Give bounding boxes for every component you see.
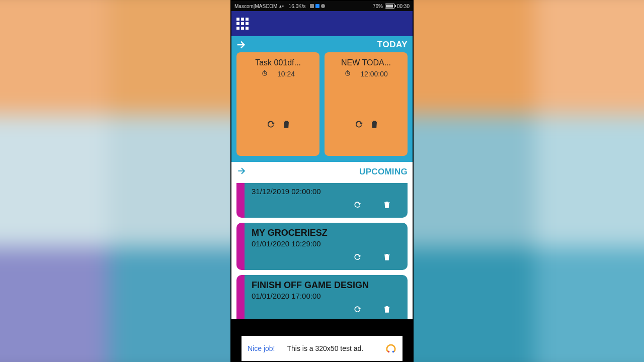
battery-icon: [385, 4, 395, 9]
today-card-time: 10:24: [277, 70, 295, 78]
upcoming-card-title: FINISH OFF GAME DESIGN: [252, 280, 400, 291]
today-card-time: 12:00:00: [360, 70, 388, 78]
trash-icon[interactable]: [281, 119, 291, 132]
upcoming-card[interactable]: MY GROCERIESZ 01/01/2020 10:29:00: [236, 223, 408, 270]
svg-point-3: [392, 351, 394, 353]
upcoming-card-datetime: 01/01/2020 10:29:00: [252, 239, 400, 248]
stopwatch-icon: [344, 69, 351, 78]
refresh-icon[interactable]: [353, 119, 364, 132]
today-card-title: Task 001df...: [242, 58, 314, 67]
carrier-label: Mascom|MASCOM: [234, 4, 277, 9]
trash-icon[interactable]: [382, 200, 391, 212]
refresh-icon[interactable]: [352, 252, 362, 264]
refresh-icon[interactable]: [352, 304, 362, 316]
upcoming-card[interactable]: FINISH OFF GAME DESIGN 01/01/2020 17:00:…: [236, 275, 408, 319]
upcoming-card[interactable]: 31/12/2019 02:00:00: [236, 183, 408, 218]
phone-frame: Mascom|MASCOM ▴▪ 16.0K/s 76% 00:30 TODAY: [231, 1, 413, 361]
card-accent-bar: [236, 183, 245, 218]
ad-banner[interactable]: Nice job! This is a 320x50 test ad.: [231, 336, 413, 361]
signal-icon: ▴▪: [279, 4, 283, 9]
apps-grid-icon[interactable]: [236, 18, 249, 30]
today-card-title: NEW TODA...: [330, 58, 403, 67]
trash-icon[interactable]: [382, 252, 391, 264]
card-accent-bar: [236, 275, 245, 319]
upcoming-section-title: UPCOMING: [359, 167, 408, 177]
trash-icon[interactable]: [369, 119, 379, 132]
today-expand-arrow-icon[interactable]: [235, 39, 247, 50]
today-section: TODAY Task 001df... 10:24: [231, 36, 413, 162]
status-time-label: 00:30: [397, 4, 410, 9]
today-section-title: TODAY: [377, 40, 408, 50]
network-speed-label: 16.0K/s: [289, 4, 306, 9]
today-card[interactable]: Task 001df... 10:24: [236, 52, 319, 156]
ad-body-text: This is a 320x50 test ad.: [287, 344, 363, 352]
card-accent-bar: [236, 223, 245, 270]
upcoming-section: UPCOMING 31/12/2019 02:00:00: [231, 162, 413, 319]
stopwatch-icon: [261, 69, 268, 78]
upcoming-card-datetime: 31/12/2019 02:00:00: [252, 187, 400, 196]
svg-point-2: [388, 351, 390, 353]
today-card[interactable]: NEW TODA... 12:00:00: [325, 52, 408, 156]
android-status-bar: Mascom|MASCOM ▴▪ 16.0K/s 76% 00:30: [231, 1, 413, 11]
admob-logo-icon: [385, 343, 396, 354]
refresh-icon[interactable]: [265, 119, 276, 132]
refresh-icon[interactable]: [352, 200, 362, 212]
ad-headline: Nice job!: [248, 344, 275, 352]
status-indicator-icons: [310, 4, 325, 8]
battery-percent-label: 76%: [373, 4, 383, 9]
trash-icon[interactable]: [382, 304, 391, 316]
upcoming-expand-arrow-icon[interactable]: [236, 166, 247, 178]
upcoming-card-datetime: 01/01/2020 17:00:00: [252, 292, 400, 300]
upcoming-card-title: MY GROCERIESZ: [252, 228, 400, 238]
app-header: [231, 11, 413, 36]
